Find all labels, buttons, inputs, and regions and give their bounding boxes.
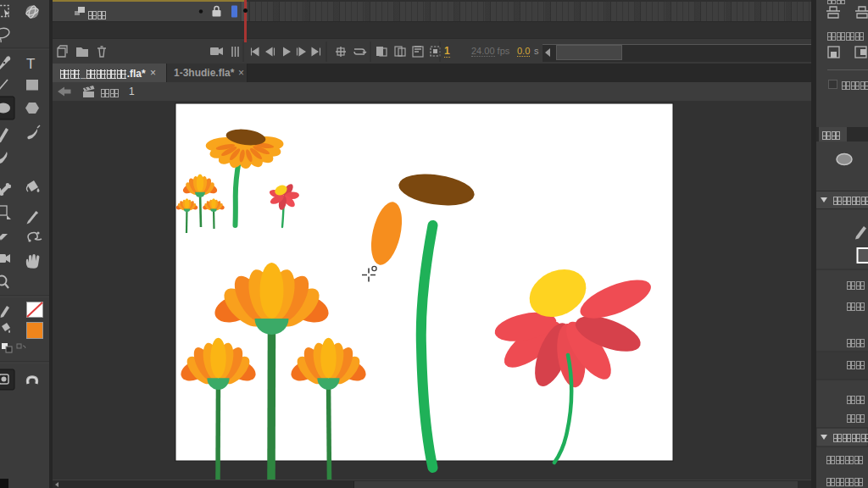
svg-text:T: T bbox=[26, 56, 35, 72]
